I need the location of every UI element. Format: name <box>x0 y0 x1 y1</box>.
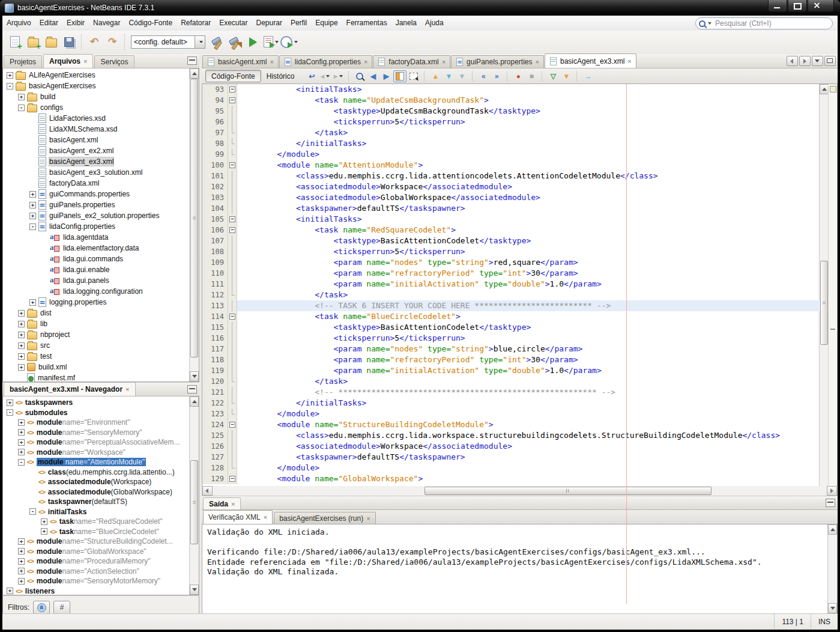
fold-margin[interactable] <box>228 138 237 149</box>
go-to-related-button[interactable]: → <box>582 71 594 82</box>
expand-icon[interactable]: + <box>18 353 25 360</box>
navigator-item-initialtasks[interactable]: -<>initialTasks <box>3 507 190 517</box>
fold-margin[interactable] <box>228 235 237 246</box>
collapse-icon[interactable]: - <box>29 508 36 515</box>
scroll-down-button[interactable] <box>190 585 199 595</box>
forward-button[interactable]: ▸ <box>332 71 344 82</box>
expand-icon[interactable]: + <box>18 548 25 555</box>
fold-margin[interactable] <box>228 203 237 214</box>
fold-margin[interactable] <box>228 192 237 203</box>
tree-item-guipanels-properties[interactable]: +guiPanels.properties <box>3 199 190 210</box>
fold-margin[interactable] <box>228 214 237 225</box>
fold-margin[interactable] <box>228 441 237 452</box>
minimize-output-button[interactable] <box>826 499 835 507</box>
code-line-95[interactable]: 95 <tasktype>UpdateCsmBackgroundTask</ta… <box>202 106 820 117</box>
code-line-107[interactable]: 107 <tasktype>BasicAttentionCodelet</tas… <box>202 235 820 246</box>
expand-icon[interactable]: + <box>41 518 47 525</box>
navigator-item-task-name-bluecirclecodelet[interactable]: +<>task name="BlueCircleCodelet" <box>3 527 190 537</box>
tree-item-lida-gui-enable[interactable]: lida.gui.enable <box>3 264 190 275</box>
code-line-97[interactable]: 97 </task> <box>202 127 820 138</box>
tree-item-nbproject[interactable]: +nbproject <box>3 329 190 340</box>
close-tab-icon[interactable]: × <box>627 58 631 65</box>
output-window-tab[interactable]: Saída × <box>203 497 241 509</box>
code-line-106[interactable]: 106 <task name="RedSquareCodelet"> <box>202 225 820 235</box>
expand-icon[interactable]: + <box>18 342 25 349</box>
code-line-94[interactable]: 94 <task name="UpdateCsmBackgroundTask"> <box>202 95 820 106</box>
tree-item-basicagent-ex2-xml[interactable]: basicAgent_ex2.xml <box>3 145 190 156</box>
shift-line-left-button[interactable]: « <box>477 71 489 82</box>
fold-margin[interactable] <box>228 354 237 365</box>
code-line-119[interactable]: 119 <param name="initialActivation" type… <box>202 365 820 376</box>
expand-icon[interactable]: + <box>7 400 13 406</box>
navigator-item-module-name-actionselection[interactable]: +<>module name="ActionSelection" <box>3 567 190 577</box>
fold-margin[interactable] <box>228 257 237 268</box>
scroll-left-button[interactable] <box>202 486 213 496</box>
code-line-125[interactable]: 125 <class>edu.memphis.ccrg.lida.workspa… <box>202 430 820 441</box>
tree-item-src[interactable]: +src <box>3 340 190 351</box>
panel-tab-projetos[interactable]: Projetos <box>4 55 42 68</box>
search-input[interactable] <box>714 19 832 28</box>
code-line-127[interactable]: 127 <taskspawner>defaultTS</taskspawner> <box>202 452 820 463</box>
tree-item-lidaxmlschema-xsd[interactable]: LidaXMLSchema.xsd <box>3 124 190 135</box>
jump-to-last-edit-button[interactable]: ↩ <box>306 71 318 82</box>
tree-item-lidafactories-xsd[interactable]: LidaFactories.xsd <box>3 113 190 124</box>
expand-icon[interactable]: + <box>29 299 36 306</box>
menu-ajuda[interactable]: Ajuda <box>421 16 448 31</box>
collapse-icon[interactable]: - <box>7 409 13 416</box>
code-line-96[interactable]: 96 <ticksperrun>5</ticksperrun> <box>202 117 820 127</box>
scroll-tabs-left-button[interactable] <box>787 56 798 66</box>
tree-item-build-xml[interactable]: +build.xml <box>3 362 190 372</box>
fold-margin[interactable] <box>228 419 237 430</box>
navigator-item-task-name-redsquarecodelet[interactable]: +<>task name="RedSquareCodelet" <box>3 517 190 527</box>
tree-item-lida-gui-panels[interactable]: lida.gui.panels <box>3 275 190 286</box>
tree-item-guipanels-ex2-solution-properties[interactable]: +guiPanels_ex2_solution.properties <box>3 210 190 221</box>
code-line-121[interactable]: 121 <!-- *******************************… <box>202 387 820 398</box>
navigator-item-taskspawner[interactable]: <>taskspawner (defaultTS) <box>3 497 190 507</box>
expand-icon[interactable]: + <box>7 72 13 79</box>
profile-project-button[interactable] <box>280 34 298 50</box>
navigator-item-module-name-sensorymotormemory[interactable]: +<>module name="SensoryMotorMemory" <box>3 576 190 586</box>
tree-item-alifeagentexercises[interactable]: +ALifeAgentExercises <box>3 70 190 81</box>
tree-item-basicagent-ex3-xml[interactable]: basicAgent_ex3.xml <box>3 156 190 167</box>
navigator-item-taskspawners[interactable]: +<>taskspawners <box>3 398 190 408</box>
fold-margin[interactable] <box>228 322 237 333</box>
source-view-button[interactable]: Código-Fonte <box>205 70 261 82</box>
scroll-down-button[interactable] <box>190 371 199 381</box>
code-line-102[interactable]: 102 <associatedmodule>Workspace</associa… <box>202 181 820 192</box>
navigator-item-module-name-proceduralmemory[interactable]: +<>module name="ProceduralMemory" <box>3 556 190 567</box>
panel-tab-servi-os[interactable]: Serviços <box>94 55 134 68</box>
minimize-navigator-button[interactable] <box>187 385 197 393</box>
start-macro-recording-button[interactable]: ● <box>512 71 524 82</box>
panel-tab-arquivos[interactable]: Arquivos× <box>43 54 93 68</box>
close-tab-icon[interactable]: × <box>364 58 367 65</box>
previous-matching-button[interactable]: ▽ <box>547 71 559 82</box>
tree-item-configs[interactable]: -configs <box>3 102 190 113</box>
tree-item-logging-properties[interactable]: +logging.properties <box>3 297 190 308</box>
collapse-icon[interactable]: - <box>29 223 36 230</box>
tree-item-test[interactable]: +test <box>3 351 190 362</box>
fold-margin[interactable] <box>228 473 237 484</box>
collapse-icon[interactable]: - <box>7 83 13 90</box>
tree-item-lida-elementfactory-data[interactable]: lida.elementfactory.data <box>3 243 190 254</box>
tree-item-basicagent-ex3-solution-xml[interactable]: basicAgent_ex3_solution.xml <box>3 167 190 178</box>
clean-build-project-button[interactable] <box>226 34 243 50</box>
code-line-105[interactable]: 105 <initialTasks> <box>202 214 820 225</box>
expand-icon[interactable]: + <box>29 202 36 208</box>
next-bookmark-button[interactable]: ▼ <box>443 71 455 82</box>
close-tab-icon[interactable]: × <box>270 58 273 65</box>
find-next-occurrence-button[interactable]: ▶ <box>380 71 392 82</box>
scrollbar-thumb[interactable] <box>190 460 198 545</box>
tree-item-lidaconfig-properties[interactable]: -lidaConfig.properties <box>3 221 190 232</box>
fold-margin[interactable] <box>228 398 237 409</box>
fold-margin[interactable] <box>228 387 237 398</box>
menu-refatorar[interactable]: Refatorar <box>177 16 215 31</box>
code-line-124[interactable]: 124 <module name="StructureBuildingCodel… <box>202 419 820 430</box>
code-line-123[interactable]: 123 </module> <box>202 409 820 419</box>
fold-margin[interactable] <box>228 376 237 387</box>
scroll-up-button[interactable] <box>828 524 837 535</box>
fold-margin[interactable] <box>228 430 237 441</box>
code-line-103[interactable]: 103 <associatedmodule>GlobalWorkspace</a… <box>202 192 820 203</box>
fold-margin[interactable] <box>228 311 237 322</box>
scroll-down-button[interactable] <box>828 603 837 613</box>
menu-executar[interactable]: Executar <box>215 16 252 31</box>
